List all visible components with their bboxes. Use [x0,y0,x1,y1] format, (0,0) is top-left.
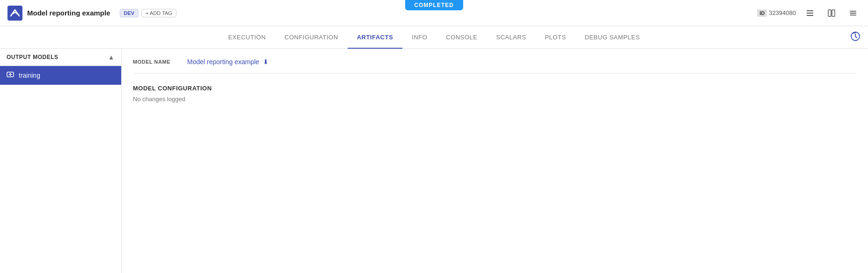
main-layout: OUTPUT MODELS ▲ training MODEL NAME Mode… [0,49,868,273]
id-label: ID [757,9,767,17]
id-value: 32394080 [769,9,796,16]
refresh-button[interactable] [850,31,861,44]
sidebar-title: OUTPUT MODELS [7,54,58,60]
model-name-row: MODEL NAME Model reporting example ⬇ [133,58,857,74]
model-name-value: Model reporting example ⬇ [187,58,269,66]
svg-rect-1 [807,10,813,11]
logo-icon [7,6,22,21]
sidebar: OUTPUT MODELS ▲ training [0,49,122,273]
tab-plots[interactable]: PLOTS [535,26,575,49]
tab-artifacts[interactable]: ARTIFACTS [348,26,402,49]
tab-debug-samples[interactable]: DEBUG SAMPLES [576,26,649,49]
svg-rect-0 [7,6,22,21]
svg-rect-4 [828,10,831,16]
header-actions: ID 32394080 [757,6,861,21]
svg-rect-8 [850,15,856,15]
model-name-label: MODEL NAME [133,59,180,65]
sidebar-item-training[interactable]: training [0,66,121,85]
app-logo: Model reporting example DEV + ADD TAG [7,6,176,21]
task-id: ID 32394080 [757,9,796,17]
tab-scalars[interactable]: SCALARS [487,26,535,49]
dev-tag: DEV [120,9,139,17]
svg-rect-7 [850,13,856,14]
page-title: Model reporting example [27,9,110,17]
content-area: MODEL NAME Model reporting example ⬇ MOD… [122,49,868,273]
sidebar-item-label: training [19,72,40,79]
split-view-button[interactable] [824,6,839,21]
svg-rect-2 [807,13,813,14]
svg-rect-3 [807,15,813,16]
svg-rect-5 [832,10,835,16]
list-view-button[interactable] [802,6,817,21]
more-menu-button[interactable] [846,6,861,21]
sidebar-collapse-button[interactable]: ▲ [108,53,115,61]
download-icon[interactable]: ⬇ [263,58,269,66]
tab-execution[interactable]: EXECUTION [219,26,275,49]
tab-configuration[interactable]: CONFIGURATION [275,26,348,49]
model-icon [7,71,14,80]
tag-group: DEV + ADD TAG [120,9,176,17]
model-config-title: MODEL CONFIGURATION [133,85,857,92]
navigation-tabs: EXECUTION CONFIGURATION ARTIFACTS INFO C… [0,26,868,49]
tab-console[interactable]: CONSOLE [437,26,487,49]
tab-info[interactable]: INFO [402,26,437,49]
model-config-empty: No changes logged [133,96,857,103]
status-badge: COMPLETED [405,0,463,10]
svg-rect-6 [850,11,856,12]
add-tag-button[interactable]: + ADD TAG [141,9,176,17]
sidebar-header: OUTPUT MODELS ▲ [0,49,121,66]
